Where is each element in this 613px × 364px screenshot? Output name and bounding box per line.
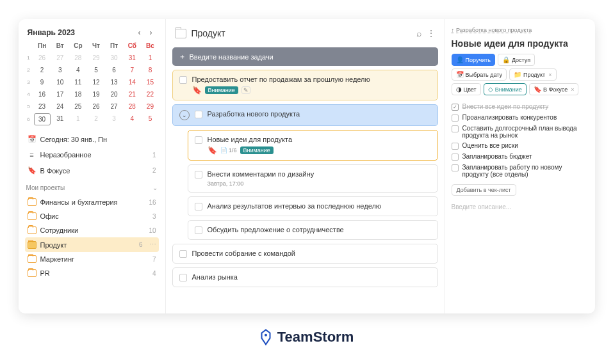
cal-day[interactable]: 29 (142, 101, 158, 112)
search-icon[interactable]: ⌕ (416, 28, 421, 38)
checklist-item[interactable]: Проанализировать конкурентов (452, 114, 589, 122)
cal-day[interactable]: 23 (34, 101, 51, 112)
description-input[interactable]: Введите описание... (452, 203, 589, 210)
cal-day[interactable]: 2 (34, 65, 51, 75)
cal-day[interactable]: 1 (70, 113, 86, 125)
task-card[interactable]: Внести комментарии по дизайну Завтра, 17… (188, 164, 438, 193)
cal-day[interactable]: 27 (106, 101, 122, 112)
cal-prev[interactable]: ‹ (135, 28, 145, 37)
cal-day[interactable]: 11 (70, 77, 86, 88)
cal-day[interactable]: 18 (70, 89, 86, 100)
task-card[interactable]: Анализ рынка (172, 267, 438, 287)
action-button[interactable]: 🔖 В Фокусе × (529, 83, 579, 95)
cal-day[interactable]: 26 (34, 52, 51, 63)
cal-day[interactable]: 3 (106, 113, 122, 125)
cal-day[interactable]: 9 (34, 77, 51, 88)
project-item[interactable]: Сотрудники 10 (25, 223, 159, 237)
checkbox[interactable] (452, 164, 459, 171)
side-link[interactable]: ≡ Неразобранное 1 (26, 149, 158, 161)
action-button[interactable]: 🔒 Доступ (498, 54, 535, 66)
breadcrumb[interactable]: ↑ Разработка нового продукта (452, 27, 589, 33)
cal-day[interactable]: 5 (88, 65, 104, 75)
cal-day[interactable]: 12 (88, 77, 104, 88)
project-item[interactable]: Офис 3 (25, 209, 159, 223)
add-checklist-button[interactable]: Добавить в чек-лист (452, 184, 516, 196)
side-link[interactable]: 🔖 В Фокусе 2 (26, 164, 158, 177)
cal-day[interactable]: 28 (124, 101, 140, 112)
cal-day[interactable]: 30 (34, 113, 51, 125)
checkbox[interactable] (452, 115, 459, 122)
cal-day[interactable]: 20 (106, 89, 122, 100)
checkbox[interactable] (452, 154, 459, 161)
checklist-item[interactable]: Оценить все риски (452, 142, 589, 150)
cal-day[interactable]: 7 (124, 65, 140, 75)
task-checkbox[interactable] (195, 203, 202, 210)
task-checkbox[interactable] (179, 274, 187, 281)
task-card[interactable]: Новые идеи для продукта 🔖📄 1/6Внимание (188, 130, 438, 161)
task-card[interactable]: Провести собрание с командой (172, 244, 438, 264)
project-item[interactable]: PR 4 (25, 266, 159, 280)
cal-day[interactable]: 29 (88, 52, 104, 63)
checkbox[interactable]: ✓ (452, 104, 459, 111)
cal-day[interactable]: 1 (142, 52, 158, 63)
cal-day[interactable]: 4 (70, 65, 86, 75)
task-checkbox[interactable] (195, 136, 202, 144)
task-checkbox[interactable] (195, 226, 202, 234)
cal-day[interactable]: 4 (124, 113, 140, 125)
task-checkbox[interactable] (179, 76, 187, 84)
checklist-item[interactable]: Запланировать работу по новому продукту … (452, 164, 589, 178)
checklist-item[interactable]: ✓ Внести все идеи по продукту (452, 103, 589, 111)
checklist-item[interactable]: Запланировать бюджет (452, 153, 589, 161)
task-card[interactable]: Анализ результатов интервью за последнюю… (188, 196, 438, 216)
task-card[interactable]: Обсудить предложение о сотрудничестве (188, 220, 438, 240)
cal-day[interactable]: 30 (106, 52, 122, 63)
action-button[interactable]: 📅 Выбрать дату (452, 68, 507, 81)
checklist-item[interactable]: Составить долгосрочный план вывода проду… (452, 125, 589, 139)
cal-day[interactable]: 19 (88, 89, 104, 100)
cal-day[interactable]: 31 (124, 52, 140, 63)
cal-day[interactable]: 28 (70, 52, 86, 63)
task-card[interactable]: ⌄ Разработка нового продукта (172, 104, 438, 126)
more-icon[interactable]: ⋯ (149, 241, 156, 249)
task-card[interactable]: Предоставить отчет по продажам за прошлу… (172, 70, 438, 100)
cal-day[interactable]: 15 (142, 77, 158, 88)
action-button[interactable]: 👤 Поручить (452, 54, 495, 66)
action-button[interactable]: ◇ Внимание (484, 83, 527, 95)
cal-day[interactable]: 14 (124, 77, 140, 88)
checkbox[interactable] (452, 143, 459, 150)
expand-button[interactable]: ⌄ (179, 110, 190, 120)
project-item[interactable]: Финансы и бухгалтерия 16 (25, 195, 159, 209)
close-icon[interactable]: × (548, 72, 552, 78)
task-checkbox[interactable] (195, 171, 202, 178)
cal-day[interactable]: 22 (142, 89, 158, 100)
task-checkbox[interactable] (179, 250, 187, 258)
cal-day[interactable]: 25 (70, 101, 86, 112)
cal-next[interactable]: › (146, 28, 156, 37)
cal-day[interactable]: 26 (88, 101, 104, 112)
cal-day[interactable]: 24 (52, 101, 69, 112)
cal-day[interactable]: 16 (34, 89, 51, 100)
task-checkbox[interactable] (195, 111, 202, 118)
cal-day[interactable]: 5 (142, 113, 158, 125)
cal-day[interactable]: 8 (142, 65, 158, 75)
side-link[interactable]: 📅 Сегодня: 30 янв., Пн (26, 133, 158, 145)
cal-day[interactable]: 6 (106, 65, 122, 75)
cal-day[interactable]: 21 (124, 89, 140, 100)
new-task-input[interactable]: ＋ Введите название задачи (172, 47, 438, 66)
project-item[interactable]: Продукт 6 ⋯ (25, 237, 159, 252)
action-button[interactable]: 📁 Продукт × (509, 68, 556, 81)
more-icon[interactable]: ⋮ (427, 28, 436, 38)
cal-day[interactable]: 10 (52, 77, 69, 88)
edit-icon[interactable]: ✎ (241, 86, 250, 94)
cal-day[interactable]: 17 (52, 89, 69, 100)
cal-day[interactable]: 13 (106, 77, 122, 88)
action-button[interactable]: ◑ Цвет (452, 83, 481, 95)
cal-day[interactable]: 2 (88, 113, 104, 125)
close-icon[interactable]: × (571, 86, 574, 93)
project-item[interactable]: Маркетинг 7 (25, 252, 159, 266)
cal-day[interactable]: 3 (52, 65, 69, 75)
chevron-down-icon[interactable]: ⌄ (152, 184, 158, 191)
checkbox[interactable] (452, 125, 459, 132)
cal-day[interactable]: 31 (52, 113, 69, 125)
cal-day[interactable]: 27 (52, 52, 69, 63)
